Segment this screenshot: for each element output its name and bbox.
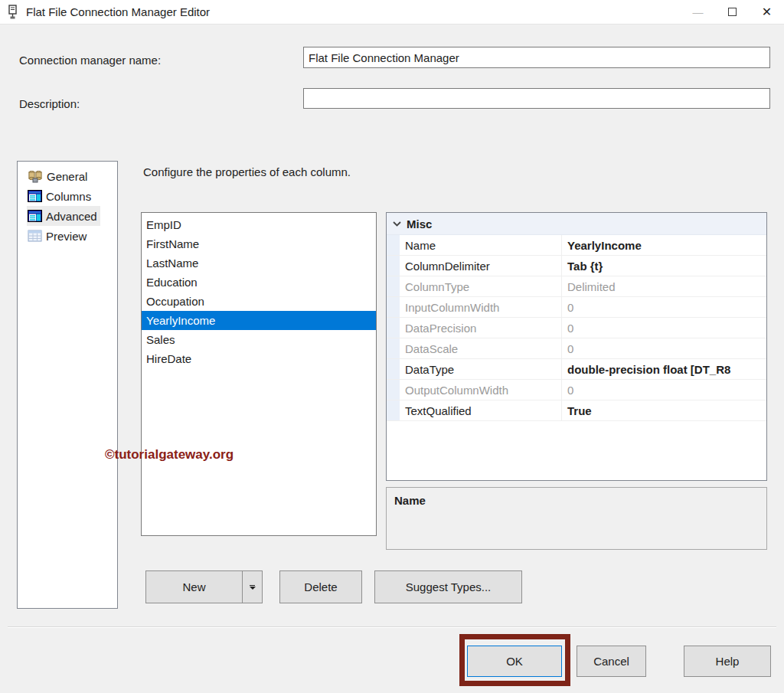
grid-indent (387, 380, 400, 400)
property-value[interactable]: Tab {t} (562, 256, 766, 276)
sidebar-item-label: Advanced (46, 210, 97, 223)
property-value[interactable]: YearlyIncome (562, 235, 766, 255)
property-category-misc[interactable]: Misc (387, 213, 766, 235)
column-listbox[interactable]: EmpID FirstName LastName Education Occup… (141, 212, 377, 536)
split-arrow-icon (250, 587, 256, 590)
list-item[interactable]: Sales (142, 330, 376, 349)
property-label: TextQualified (400, 400, 562, 420)
property-row-columntype[interactable]: ColumnType Delimited (387, 276, 766, 297)
minimize-button[interactable]: — (681, 0, 715, 24)
maximize-button[interactable] (715, 0, 750, 24)
grid-indent (387, 359, 400, 379)
property-row-datatype[interactable]: DataType double-precision float [DT_R8 (387, 359, 766, 380)
property-description-title: Name (394, 494, 766, 507)
sidebar-item-label: Columns (46, 190, 91, 203)
grid-indent (387, 276, 400, 296)
category-label: Misc (407, 217, 432, 230)
list-item[interactable]: LastName (142, 253, 376, 273)
property-value[interactable]: True (562, 400, 766, 420)
grid-indent (387, 338, 400, 358)
property-label: DataPrecision (400, 318, 562, 338)
property-row-dataprecision[interactable]: DataPrecision 0 (387, 318, 766, 338)
property-label: OutputColumnWidth (400, 380, 562, 400)
property-label: DataScale (400, 338, 562, 358)
window-title: Flat File Connection Manager Editor (26, 5, 210, 18)
close-button[interactable]: ✕ (750, 0, 784, 24)
property-value: Delimited (562, 276, 766, 296)
connection-icon (28, 170, 43, 183)
property-row-datascale[interactable]: DataScale 0 (387, 338, 766, 359)
list-item[interactable]: Occupation (142, 292, 376, 311)
list-item[interactable]: FirstName (142, 234, 376, 253)
description-label: Description: (19, 97, 80, 110)
property-label: ColumnType (400, 276, 562, 296)
property-row-inputcolumnwidth[interactable]: InputColumnWidth 0 (387, 297, 766, 318)
grid-indent (387, 235, 400, 255)
maximize-icon (728, 8, 737, 16)
ok-button[interactable]: OK (467, 646, 562, 677)
instruction-text: Configure the properties of each column. (143, 165, 351, 178)
property-label: DataType (400, 359, 562, 379)
columns-icon (28, 190, 42, 202)
pages-sidebar: General Columns Advanced (17, 161, 118, 609)
property-row-name[interactable]: Name YearlyIncome (387, 235, 766, 256)
grid-indent (387, 318, 400, 338)
connection-manager-name-input[interactable] (303, 47, 770, 68)
grid-indent (387, 256, 400, 276)
list-item[interactable]: EmpID (142, 215, 376, 234)
property-value: 0 (562, 297, 766, 317)
property-label: ColumnDelimiter (400, 256, 562, 276)
grid-indent (387, 297, 400, 317)
advanced-icon (28, 210, 42, 222)
sidebar-item-label: Preview (46, 230, 87, 243)
help-button[interactable]: Help (684, 646, 771, 677)
description-input[interactable] (303, 88, 770, 109)
property-value: 0 (562, 380, 766, 400)
grid-indent (387, 400, 400, 420)
property-row-textqualified[interactable]: TextQualified True (387, 400, 766, 421)
property-row-outputcolumnwidth[interactable]: OutputColumnWidth 0 (387, 380, 766, 400)
sidebar-item-preview[interactable]: Preview (27, 226, 90, 246)
app-icon (6, 5, 20, 20)
property-grid: Misc Name YearlyIncome ColumnDelimiter T… (386, 212, 767, 481)
list-item[interactable]: HireDate (142, 349, 376, 368)
watermark-text: ©tutorialgateway.org (105, 447, 234, 463)
delete-button[interactable]: Delete (279, 570, 362, 603)
property-row-columndelimiter[interactable]: ColumnDelimiter Tab {t} (387, 256, 766, 276)
property-value: 0 (562, 338, 766, 358)
split-arrow-icon (250, 585, 255, 586)
property-value: 0 (562, 318, 766, 338)
footer-separator (8, 626, 776, 628)
new-dropdown-button[interactable] (242, 570, 263, 603)
list-item[interactable]: Education (142, 273, 376, 292)
list-item-selected[interactable]: YearlyIncome (142, 311, 376, 330)
sidebar-item-label: General (47, 170, 87, 183)
property-label: Name (400, 235, 562, 255)
property-description-panel: Name (386, 487, 767, 550)
connection-manager-name-label: Connection manager name: (19, 54, 161, 67)
preview-icon (28, 230, 42, 242)
property-value[interactable]: double-precision float [DT_R8 (562, 359, 766, 379)
suggest-types-button[interactable]: Suggest Types... (374, 570, 522, 603)
property-label: InputColumnWidth (400, 297, 562, 317)
chevron-down-icon (387, 221, 407, 227)
new-button[interactable]: New (145, 570, 243, 603)
cancel-button[interactable]: Cancel (577, 646, 646, 677)
sidebar-item-general[interactable]: General (27, 166, 90, 186)
sidebar-item-advanced[interactable]: Advanced (27, 206, 100, 226)
sidebar-item-columns[interactable]: Columns (27, 186, 94, 206)
title-bar: Flat File Connection Manager Editor — ✕ (0, 0, 784, 25)
